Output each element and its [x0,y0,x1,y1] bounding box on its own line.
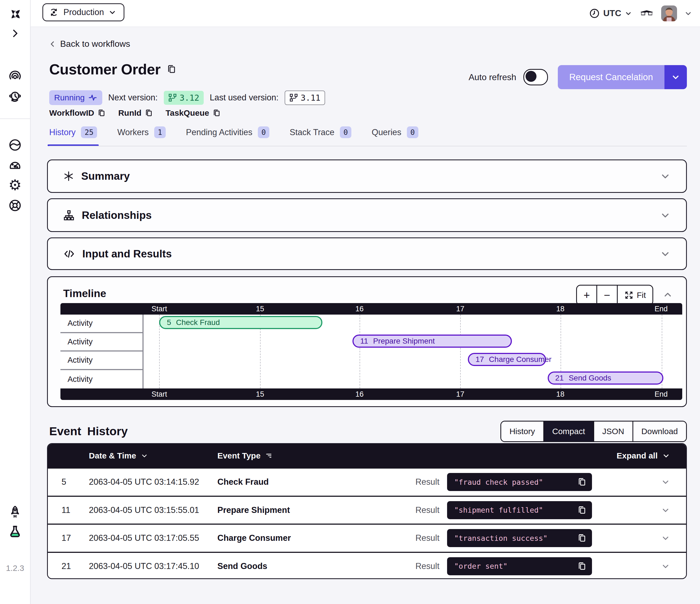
status-badge: Running [49,90,102,105]
auto-refresh-label: Auto refresh [469,72,516,82]
timeline-label-column: Activity Activity Activity Activity [60,315,144,388]
temporal-logo-icon[interactable] [8,8,22,22]
chevron-down-icon [662,452,670,460]
timeline-row-label: Activity [60,352,143,370]
event-row[interactable]: 17 2063-04-05 UTC 03:17:05.55 Charge Con… [48,524,686,552]
sidebar-usage-icon[interactable] [8,158,22,172]
axis-tick: 18 [556,390,565,398]
environment-icon [49,7,59,18]
tab-count-badge: 25 [81,126,97,138]
timeline-bar-check-fraud[interactable]: 5 Check Fraud [159,316,322,329]
tab-history[interactable]: History 25 [49,126,97,145]
row-expand-chevron[interactable] [600,533,686,543]
view-compact-button[interactable]: Compact [544,421,594,441]
expand-all-label: Expand all [617,451,658,460]
user-menu-chevron-icon[interactable] [684,9,692,18]
copy-icon[interactable] [577,533,586,543]
tab-workers[interactable]: Workers 1 [117,126,166,145]
result-label: Result [403,505,447,515]
copy-icon[interactable] [577,477,586,487]
result-pill: "transaction success" [447,529,592,547]
row-expand-chevron[interactable] [600,477,686,487]
sidebar-rocket-icon[interactable] [8,505,22,518]
axis-tick: End [655,390,668,398]
column-date-time[interactable]: Date & Time [89,451,217,460]
environment-selector[interactable]: Production [42,3,124,21]
copy-icon[interactable] [167,64,176,74]
last-version-label: Last used version: [210,93,279,102]
row-expand-chevron[interactable] [600,506,686,515]
tab-stack-trace[interactable]: Stack Trace 0 [290,126,351,145]
event-row[interactable]: 11 2063-04-05 UTC 03:15:55.01 Prepare Sh… [48,496,686,524]
bar-event-id: 21 [555,374,564,382]
cancelation-menu-chevron[interactable] [665,65,687,89]
sidebar-support-icon[interactable] [8,199,22,212]
sidebar-expand-chevron-icon[interactable] [9,28,21,39]
chevron-down-icon[interactable] [660,210,671,221]
request-cancelation-button[interactable]: Request Cancelation [558,65,665,89]
copy-icon[interactable] [577,562,586,571]
chevron-up-icon[interactable] [662,290,673,300]
event-table-header: Date & Time Event Type Expand all [48,444,686,467]
chevron-down-icon [108,8,117,17]
fit-label: Fit [637,291,646,300]
tabs-divider [49,146,687,146]
axis-tick: 16 [355,390,364,398]
download-button[interactable]: Download [633,421,686,441]
result-pill: "order sent" [447,557,592,575]
input-results-section[interactable]: Input and Results [47,237,687,270]
sidebar-labs-flask-icon[interactable] [8,525,22,539]
event-id: 21 [61,561,89,571]
column-event-type[interactable]: Event Type [217,451,403,460]
feedback-glasses-icon[interactable] [639,6,654,21]
result-label: Result [403,561,447,571]
user-avatar[interactable] [661,5,677,21]
zoom-in-button[interactable]: + [577,286,597,305]
event-row[interactable]: 5 2063-04-05 UTC 03:14:15.92 Check Fraud… [48,467,686,496]
event-history-view-switcher: History Compact JSON Download [500,421,687,442]
workflow-ids-row: WorkflowID RunId TaskQueue [49,108,221,118]
last-version-badge: 3.11 [285,91,325,105]
view-json-button[interactable]: JSON [594,421,633,441]
sidebar-workflows-icon[interactable] [8,70,22,83]
timeline-bar-send-goods[interactable]: 21 Send Goods [548,371,664,385]
timeline-bar-prepare-shipment[interactable]: 11 Prepare Shipment [352,335,512,348]
tab-count-badge: 0 [258,126,269,138]
copy-icon[interactable] [145,109,153,117]
sidebar-settings-icon[interactable]: ⚙ [8,178,22,193]
event-row[interactable]: 21 2063-04-05 UTC 03:17:45.10 Send Goods… [48,552,686,579]
copy-icon[interactable] [577,506,586,515]
result-value: "shipment fulfilled" [454,506,543,514]
tab-pending-activities[interactable]: Pending Activities 0 [186,126,269,145]
summary-section[interactable]: Summary [47,160,687,193]
copy-icon[interactable] [97,109,105,117]
zoom-out-button[interactable]: − [597,286,618,305]
result-value: "order sent" [454,562,507,570]
tab-queries[interactable]: Queries 0 [372,126,418,145]
timezone-selector[interactable]: UTC [589,8,632,19]
row-expand-chevron[interactable] [600,562,686,571]
result-label: Result [403,533,447,543]
chevron-down-icon[interactable] [660,248,671,259]
timeline-bar-charge-consumer[interactable]: 17 Charge Consumer [468,353,546,366]
bar-event-id: 17 [476,355,484,364]
bar-event-id: 5 [167,318,171,327]
timeline-chart: Start 15 16 17 18 End Activity Activity … [60,303,682,400]
event-datetime: 2063-04-05 UTC 03:17:05.55 [89,533,217,543]
filter-icon[interactable] [265,452,273,460]
back-to-workflows-link[interactable]: Back to workflows [49,39,130,49]
timeline-row-label: Activity [60,315,143,333]
tab-count-badge: 0 [407,126,418,138]
sidebar-nexus-icon[interactable] [8,138,22,152]
auto-refresh-toggle[interactable] [523,69,548,86]
axis-tick: 17 [456,390,464,398]
view-history-button[interactable]: History [501,421,544,441]
chevron-down-icon[interactable] [660,171,671,182]
fit-button[interactable]: Fit [618,286,652,305]
copy-icon[interactable] [212,109,221,117]
expand-all-button[interactable]: Expand all [600,451,686,460]
sidebar-schedules-icon[interactable] [8,90,22,103]
relationships-section[interactable]: Relationships [47,198,687,232]
tab-count-badge: 0 [340,126,351,138]
event-history-title: Event History [49,425,128,438]
